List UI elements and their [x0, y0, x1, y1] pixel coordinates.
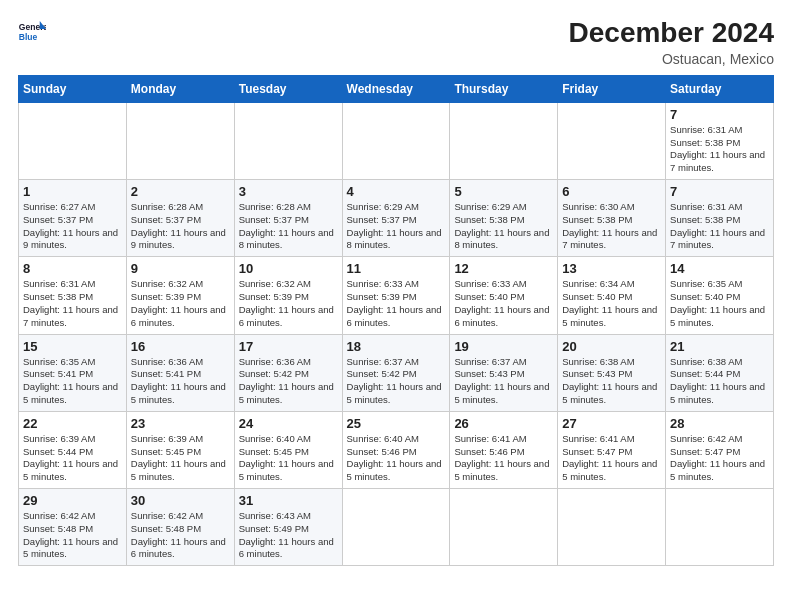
- day-number: 5: [454, 184, 553, 199]
- table-cell: 30Sunrise: 6:42 AMSunset: 5:48 PMDayligh…: [126, 489, 234, 566]
- table-cell: [450, 489, 558, 566]
- table-cell: 12Sunrise: 6:33 AMSunset: 5:40 PMDayligh…: [450, 257, 558, 334]
- calendar-week-row: 29Sunrise: 6:42 AMSunset: 5:48 PMDayligh…: [19, 489, 774, 566]
- header: General Blue December 2024 Ostuacan, Mex…: [18, 18, 774, 67]
- cell-sunrise: Sunrise: 6:40 AMSunset: 5:45 PMDaylight:…: [239, 433, 334, 482]
- cell-sunrise: Sunrise: 6:33 AMSunset: 5:39 PMDaylight:…: [347, 278, 442, 327]
- header-row: Sunday Monday Tuesday Wednesday Thursday…: [19, 75, 774, 102]
- cell-sunrise: Sunrise: 6:42 AMSunset: 5:48 PMDaylight:…: [131, 510, 226, 559]
- table-cell: 2Sunrise: 6:28 AMSunset: 5:37 PMDaylight…: [126, 180, 234, 257]
- cell-sunrise: Sunrise: 6:30 AMSunset: 5:38 PMDaylight:…: [562, 201, 657, 250]
- table-cell: 31Sunrise: 6:43 AMSunset: 5:49 PMDayligh…: [234, 489, 342, 566]
- table-cell: [234, 102, 342, 179]
- table-cell: 7Sunrise: 6:31 AMSunset: 5:38 PMDaylight…: [666, 180, 774, 257]
- cell-sunrise: Sunrise: 6:41 AMSunset: 5:46 PMDaylight:…: [454, 433, 549, 482]
- col-sunday: Sunday: [19, 75, 127, 102]
- col-monday: Monday: [126, 75, 234, 102]
- cell-sunrise: Sunrise: 6:37 AMSunset: 5:43 PMDaylight:…: [454, 356, 549, 405]
- table-cell: 8Sunrise: 6:31 AMSunset: 5:38 PMDaylight…: [19, 257, 127, 334]
- cell-sunrise: Sunrise: 6:35 AMSunset: 5:40 PMDaylight:…: [670, 278, 765, 327]
- table-cell: [342, 489, 450, 566]
- table-cell: 16Sunrise: 6:36 AMSunset: 5:41 PMDayligh…: [126, 334, 234, 411]
- cell-sunrise: Sunrise: 6:37 AMSunset: 5:42 PMDaylight:…: [347, 356, 442, 405]
- table-cell: [558, 489, 666, 566]
- cell-sunrise: Sunrise: 6:29 AMSunset: 5:37 PMDaylight:…: [347, 201, 442, 250]
- day-number: 11: [347, 261, 446, 276]
- table-cell: 29Sunrise: 6:42 AMSunset: 5:48 PMDayligh…: [19, 489, 127, 566]
- cell-sunrise: Sunrise: 6:31 AMSunset: 5:38 PMDaylight:…: [23, 278, 118, 327]
- logo-icon: General Blue: [18, 18, 46, 46]
- table-cell: 27Sunrise: 6:41 AMSunset: 5:47 PMDayligh…: [558, 411, 666, 488]
- table-cell: 10Sunrise: 6:32 AMSunset: 5:39 PMDayligh…: [234, 257, 342, 334]
- day-number: 25: [347, 416, 446, 431]
- table-cell: 4Sunrise: 6:29 AMSunset: 5:37 PMDaylight…: [342, 180, 450, 257]
- col-wednesday: Wednesday: [342, 75, 450, 102]
- table-cell: 25Sunrise: 6:40 AMSunset: 5:46 PMDayligh…: [342, 411, 450, 488]
- cell-sunrise: Sunrise: 6:38 AMSunset: 5:44 PMDaylight:…: [670, 356, 765, 405]
- table-cell: 6Sunrise: 6:30 AMSunset: 5:38 PMDaylight…: [558, 180, 666, 257]
- day-number: 1: [23, 184, 122, 199]
- day-number: 13: [562, 261, 661, 276]
- day-number: 26: [454, 416, 553, 431]
- cell-sunrise: Sunrise: 6:27 AMSunset: 5:37 PMDaylight:…: [23, 201, 118, 250]
- day-number: 14: [670, 261, 769, 276]
- day-number: 22: [23, 416, 122, 431]
- cell-sunrise: Sunrise: 6:40 AMSunset: 5:46 PMDaylight:…: [347, 433, 442, 482]
- cell-sunrise: Sunrise: 6:39 AMSunset: 5:44 PMDaylight:…: [23, 433, 118, 482]
- cell-sunrise: Sunrise: 6:42 AMSunset: 5:48 PMDaylight:…: [23, 510, 118, 559]
- cell-sunrise: Sunrise: 6:41 AMSunset: 5:47 PMDaylight:…: [562, 433, 657, 482]
- svg-text:Blue: Blue: [19, 32, 38, 42]
- table-cell: 3Sunrise: 6:28 AMSunset: 5:37 PMDaylight…: [234, 180, 342, 257]
- table-cell: 21Sunrise: 6:38 AMSunset: 5:44 PMDayligh…: [666, 334, 774, 411]
- cell-sunrise: Sunrise: 6:35 AMSunset: 5:41 PMDaylight:…: [23, 356, 118, 405]
- location: Ostuacan, Mexico: [569, 51, 774, 67]
- calendar-week-row: 15Sunrise: 6:35 AMSunset: 5:41 PMDayligh…: [19, 334, 774, 411]
- table-cell: 18Sunrise: 6:37 AMSunset: 5:42 PMDayligh…: [342, 334, 450, 411]
- col-saturday: Saturday: [666, 75, 774, 102]
- table-cell: 11Sunrise: 6:33 AMSunset: 5:39 PMDayligh…: [342, 257, 450, 334]
- col-thursday: Thursday: [450, 75, 558, 102]
- table-cell: [126, 102, 234, 179]
- cell-sunrise: Sunrise: 6:42 AMSunset: 5:47 PMDaylight:…: [670, 433, 765, 482]
- day-number: 27: [562, 416, 661, 431]
- table-cell: 28Sunrise: 6:42 AMSunset: 5:47 PMDayligh…: [666, 411, 774, 488]
- month-title: December 2024: [569, 18, 774, 49]
- day-number: 17: [239, 339, 338, 354]
- day-number: 31: [239, 493, 338, 508]
- table-cell: 23Sunrise: 6:39 AMSunset: 5:45 PMDayligh…: [126, 411, 234, 488]
- day-number: 6: [562, 184, 661, 199]
- table-cell: 22Sunrise: 6:39 AMSunset: 5:44 PMDayligh…: [19, 411, 127, 488]
- col-tuesday: Tuesday: [234, 75, 342, 102]
- table-cell: 26Sunrise: 6:41 AMSunset: 5:46 PMDayligh…: [450, 411, 558, 488]
- cell-sunrise: Sunrise: 6:32 AMSunset: 5:39 PMDaylight:…: [239, 278, 334, 327]
- day-number: 10: [239, 261, 338, 276]
- day-number: 7: [670, 107, 769, 122]
- cell-sunrise: Sunrise: 6:36 AMSunset: 5:42 PMDaylight:…: [239, 356, 334, 405]
- table-cell: [558, 102, 666, 179]
- day-number: 4: [347, 184, 446, 199]
- cell-sunrise: Sunrise: 6:34 AMSunset: 5:40 PMDaylight:…: [562, 278, 657, 327]
- calendar-week-row: 7Sunrise: 6:31 AMSunset: 5:38 PMDaylight…: [19, 102, 774, 179]
- col-friday: Friday: [558, 75, 666, 102]
- day-number: 20: [562, 339, 661, 354]
- day-number: 24: [239, 416, 338, 431]
- logo: General Blue: [18, 18, 46, 46]
- table-cell: [450, 102, 558, 179]
- cell-sunrise: Sunrise: 6:39 AMSunset: 5:45 PMDaylight:…: [131, 433, 226, 482]
- table-cell: 9Sunrise: 6:32 AMSunset: 5:39 PMDaylight…: [126, 257, 234, 334]
- cell-sunrise: Sunrise: 6:31 AMSunset: 5:38 PMDaylight:…: [670, 124, 765, 173]
- cell-sunrise: Sunrise: 6:38 AMSunset: 5:43 PMDaylight:…: [562, 356, 657, 405]
- cell-sunrise: Sunrise: 6:36 AMSunset: 5:41 PMDaylight:…: [131, 356, 226, 405]
- page: General Blue December 2024 Ostuacan, Mex…: [0, 0, 792, 612]
- day-number: 9: [131, 261, 230, 276]
- table-cell: 17Sunrise: 6:36 AMSunset: 5:42 PMDayligh…: [234, 334, 342, 411]
- cell-sunrise: Sunrise: 6:28 AMSunset: 5:37 PMDaylight:…: [239, 201, 334, 250]
- cell-sunrise: Sunrise: 6:29 AMSunset: 5:38 PMDaylight:…: [454, 201, 549, 250]
- day-number: 23: [131, 416, 230, 431]
- day-number: 3: [239, 184, 338, 199]
- table-cell: 1Sunrise: 6:27 AMSunset: 5:37 PMDaylight…: [19, 180, 127, 257]
- cell-sunrise: Sunrise: 6:31 AMSunset: 5:38 PMDaylight:…: [670, 201, 765, 250]
- table-cell: 13Sunrise: 6:34 AMSunset: 5:40 PMDayligh…: [558, 257, 666, 334]
- day-number: 8: [23, 261, 122, 276]
- table-cell: 15Sunrise: 6:35 AMSunset: 5:41 PMDayligh…: [19, 334, 127, 411]
